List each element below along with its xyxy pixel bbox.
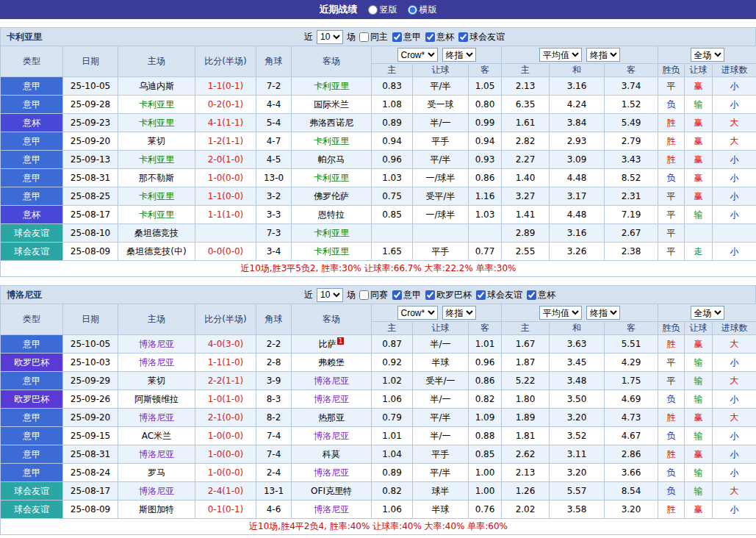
away-team-cell: 博洛尼亚 bbox=[292, 464, 372, 482]
filter-checkbox-input[interactable] bbox=[476, 290, 486, 300]
filter-checkbox[interactable]: 意杯 bbox=[527, 289, 555, 301]
filter-checkbox[interactable]: 球会友谊 bbox=[458, 31, 505, 43]
filter-checkbox[interactable]: 欧罗巴杯 bbox=[425, 289, 472, 301]
home-team-link[interactable]: 卡利亚里 bbox=[139, 209, 174, 220]
scope-select[interactable]: 全场 bbox=[691, 306, 724, 320]
euro-away-odds: 8.54 bbox=[605, 482, 658, 501]
filter-checkbox-input[interactable] bbox=[359, 290, 369, 300]
home-team-link[interactable]: 卡利亚里 bbox=[139, 191, 174, 201]
home-team-link[interactable]: 卡利亚里 bbox=[139, 154, 174, 165]
col-header-asian-line: 让球 bbox=[413, 64, 469, 77]
asian-line: 受半/一 bbox=[413, 372, 469, 390]
euro-period-select[interactable]: 终指 bbox=[586, 306, 620, 320]
match-result: 胜 bbox=[658, 409, 685, 427]
asian-line: 受平/半 bbox=[413, 187, 469, 206]
corner-score: 8-3 bbox=[256, 390, 292, 409]
euro-draw-odds: 3.84 bbox=[550, 114, 605, 132]
odds-period-select[interactable]: 终指 bbox=[442, 306, 476, 320]
asian-line bbox=[413, 224, 469, 243]
layout-radio-vertical[interactable]: 竖版 bbox=[368, 4, 397, 16]
asian-away-odds: 0.88 bbox=[469, 427, 502, 445]
away-team-link[interactable]: 博洛尼亚 bbox=[314, 431, 349, 441]
odds-source-select[interactable]: Crow* bbox=[397, 48, 438, 62]
handicap-result bbox=[685, 224, 713, 243]
euro-draw-odds: 3.09 bbox=[550, 151, 605, 169]
league-badge: 意甲 bbox=[1, 77, 63, 96]
filter-checkbox-input[interactable] bbox=[359, 32, 369, 42]
filter-checkbox[interactable]: 意甲 bbox=[392, 31, 421, 43]
asian-line: 半球 bbox=[413, 501, 469, 519]
filter-checkbox[interactable]: 意甲 bbox=[392, 289, 421, 301]
match-result: 负 bbox=[658, 169, 685, 187]
away-team-link[interactable]: 博洛尼亚 bbox=[314, 394, 349, 404]
match-date: 25-09-20 bbox=[63, 132, 118, 151]
col-header-asian-away: 客 bbox=[469, 64, 502, 77]
league-badge: 意甲 bbox=[1, 372, 63, 390]
away-team-link[interactable]: 卡利亚里 bbox=[314, 228, 349, 238]
match-result: 平 bbox=[658, 77, 685, 96]
home-team-cell: 桑坦德竞技 bbox=[118, 224, 195, 243]
home-team-link[interactable]: 博洛尼亚 bbox=[139, 412, 174, 423]
filter-checkbox-input[interactable] bbox=[458, 32, 468, 42]
goals-result: 大 bbox=[713, 114, 756, 132]
home-team-link[interactable]: 卡利亚里 bbox=[139, 99, 174, 110]
filter-checkbox-input[interactable] bbox=[425, 290, 435, 300]
away-team-link: 弗洛西诺尼 bbox=[309, 118, 353, 128]
away-team-link[interactable]: 卡利亚里 bbox=[314, 81, 349, 91]
away-team-link[interactable]: 卡利亚里 bbox=[314, 246, 349, 257]
asian-home-odds: 0.94 bbox=[372, 132, 413, 151]
match-score: 1-1(0-1) bbox=[195, 77, 256, 96]
home-team-link[interactable]: 博洛尼亚 bbox=[139, 339, 174, 349]
filter-checkbox[interactable]: 同主 bbox=[359, 31, 388, 43]
section-header: 卡利亚里 近 10 场 同主意甲意杯球会友谊 bbox=[0, 27, 756, 46]
home-team-link[interactable]: 博洛尼亚 bbox=[139, 357, 174, 367]
euro-draw-odds: 3.48 bbox=[550, 372, 605, 390]
filter-checkbox-input[interactable] bbox=[527, 290, 536, 300]
filter-checkbox-input[interactable] bbox=[392, 32, 402, 42]
home-team-link[interactable]: 博洛尼亚 bbox=[139, 486, 174, 496]
horizontal-radio-input[interactable] bbox=[408, 5, 417, 15]
results-table: 类型 日期 主场 比分(半场) 角球 客场 Crow*终指 平均值终指 全场 bbox=[0, 46, 756, 277]
match-date: 25-10-03 bbox=[63, 354, 118, 372]
filter-checkbox-input[interactable] bbox=[392, 290, 402, 300]
odds-period-select[interactable]: 终指 bbox=[442, 48, 476, 62]
match-result: 平 bbox=[658, 187, 685, 206]
match-date: 25-10-05 bbox=[63, 335, 118, 354]
match-count-select[interactable]: 10 bbox=[317, 30, 343, 44]
match-count-select[interactable]: 10 bbox=[317, 288, 343, 302]
filter-checkbox-input[interactable] bbox=[425, 32, 435, 42]
filter-checkbox[interactable]: 球会友谊 bbox=[476, 289, 522, 301]
match-row: 意甲25-08-31博洛尼亚1-0(0-0)7-4科莫1.04平手0.852.6… bbox=[1, 445, 756, 464]
euro-source-select[interactable]: 平均值 bbox=[539, 306, 582, 320]
handicap-result: 赢 bbox=[685, 169, 713, 187]
odds-source-select[interactable]: Crow* bbox=[397, 306, 438, 320]
away-team-link[interactable]: 卡利亚里 bbox=[314, 173, 349, 183]
away-team-link[interactable]: 卡利亚里 bbox=[314, 136, 349, 146]
away-team-link[interactable]: 博洛尼亚 bbox=[314, 376, 349, 386]
match-score: 2-1(0-0) bbox=[195, 409, 256, 427]
filter-checkbox[interactable]: 同赛 bbox=[359, 289, 388, 301]
match-row: 欧罗巴杯25-10-03博洛尼亚1-1(1-0)2-8弗赖堡0.92半球0.96… bbox=[1, 354, 756, 372]
vertical-radio-input[interactable] bbox=[368, 5, 378, 15]
horizontal-radio-label: 横版 bbox=[420, 4, 437, 16]
filter-checkbox[interactable]: 意杯 bbox=[425, 31, 454, 43]
home-team-cell: 斯图加特 bbox=[118, 501, 195, 519]
team-name[interactable]: 卡利亚里 bbox=[1, 31, 42, 43]
scope-select[interactable]: 全场 bbox=[691, 48, 724, 62]
home-team-cell: 乌迪内斯 bbox=[118, 77, 195, 96]
match-result: 平 bbox=[658, 206, 685, 224]
home-team-cell: 阿斯顿维拉 bbox=[118, 390, 195, 409]
euro-period-select[interactable]: 终指 bbox=[586, 48, 620, 62]
team-name[interactable]: 博洛尼亚 bbox=[1, 289, 42, 301]
layout-radio-horizontal[interactable]: 横版 bbox=[408, 4, 437, 16]
match-date: 25-08-09 bbox=[63, 243, 118, 261]
away-team-cell: 比萨1 bbox=[292, 335, 372, 354]
home-team-link[interactable]: 卡利亚里 bbox=[139, 118, 174, 128]
col-header-corner: 角球 bbox=[256, 46, 292, 77]
away-team-link[interactable]: 博洛尼亚 bbox=[314, 504, 349, 514]
home-team-link[interactable]: 博洛尼亚 bbox=[139, 449, 174, 459]
match-result: 负 bbox=[658, 427, 685, 445]
euro-home-odds: 1.26 bbox=[502, 482, 550, 501]
away-team-link[interactable]: 博洛尼亚 bbox=[314, 467, 349, 478]
euro-source-select[interactable]: 平均值 bbox=[539, 48, 582, 62]
